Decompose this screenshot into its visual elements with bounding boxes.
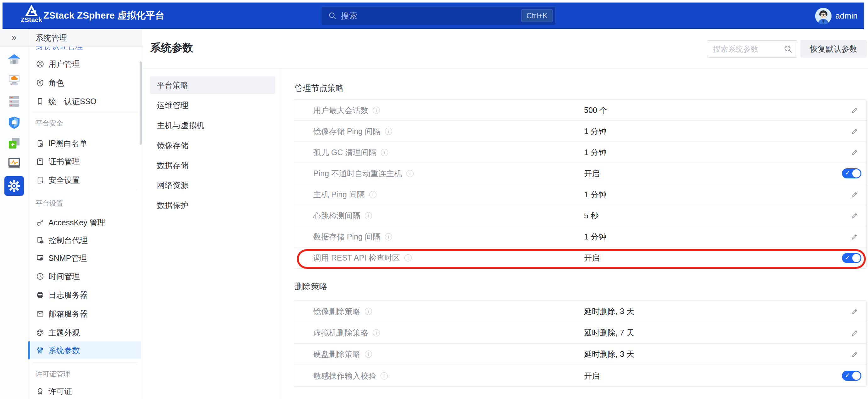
shortcut-badge: Ctrl+K xyxy=(521,9,553,22)
sidebar-item-2-g2[interactable]: SNMP管理 xyxy=(28,249,141,267)
server-stack-icon[interactable] xyxy=(7,94,22,109)
palette-icon xyxy=(36,329,44,337)
param-label: 虚拟机删除策略 xyxy=(313,327,368,338)
section-title: 删除策略 xyxy=(295,281,328,292)
param-label: 镜像删除策略 xyxy=(313,306,361,317)
sidebar-item-5-g2[interactable]: 邮箱服务器 xyxy=(28,305,141,323)
param-label: 敏感操作输入校验 xyxy=(313,371,376,381)
sidebar-item-0-g0[interactable]: 用户管理 xyxy=(28,55,141,73)
info-icon[interactable]: i xyxy=(365,350,372,358)
toggle-knob xyxy=(852,169,861,177)
info-icon[interactable]: i xyxy=(380,372,388,379)
edit-pencil-icon[interactable] xyxy=(850,148,860,157)
subnav-item-0[interactable]: 平台策略 xyxy=(150,76,275,94)
edit-pencil-icon[interactable] xyxy=(850,232,860,241)
sidebar-item-2-g1[interactable]: 安全设置 xyxy=(28,171,141,189)
param-label: 镜像存储 Ping 间隔 xyxy=(313,126,380,137)
doc-block-icon xyxy=(36,139,44,148)
sidebar-item-label: 控制台代理 xyxy=(49,235,88,246)
top-navigation-bar: ZStack ZStack ZSphere 虚拟化平台 Ctrl+K xyxy=(2,2,864,29)
sidebar-item-label: 安全设置 xyxy=(49,175,80,186)
toggle-switch-on[interactable]: ✓ xyxy=(842,168,861,178)
avatar[interactable] xyxy=(815,8,832,24)
section-title: 管理节点策略 xyxy=(295,83,344,94)
info-icon[interactable]: i xyxy=(381,149,388,156)
subnav-item-1[interactable]: 运维管理 xyxy=(150,96,275,114)
info-icon[interactable]: i xyxy=(404,254,412,261)
zstack-logo-icon xyxy=(25,4,38,17)
sidebar-item-0-g1[interactable]: IP黑白名单 xyxy=(28,134,141,152)
sidebar-item-label: SNMP管理 xyxy=(49,253,87,263)
page-title: 系统参数 xyxy=(150,40,193,55)
info-icon[interactable]: i xyxy=(373,329,380,336)
param-search-input[interactable] xyxy=(707,45,784,54)
subnav-item-5[interactable]: 网络资源 xyxy=(150,176,275,194)
param-value: 1 分钟 xyxy=(584,126,606,137)
global-search-input[interactable] xyxy=(341,7,521,25)
user-menu[interactable]: admin xyxy=(815,2,858,29)
subnav-item-2[interactable]: 主机与虚拟机 xyxy=(150,116,275,134)
vm-monitor-icon[interactable] xyxy=(7,73,22,88)
info-icon[interactable]: i xyxy=(365,308,372,315)
param-label: 调用 REST API 检查时区 xyxy=(313,253,400,263)
backup-sync-icon[interactable] xyxy=(7,136,22,151)
toggle-switch-on[interactable]: ✓ xyxy=(842,253,861,263)
home-icon[interactable] xyxy=(7,52,22,67)
monitor-wave-icon[interactable] xyxy=(7,155,22,171)
info-icon[interactable]: i xyxy=(406,170,413,177)
subnav-item-4[interactable]: 数据存储 xyxy=(150,156,275,174)
edit-pencil-icon[interactable] xyxy=(850,190,860,199)
sidebar-item-2-g0[interactable]: 统一认证SSO xyxy=(28,92,141,110)
param-row: 敏感操作输入校验i开启✓ xyxy=(294,365,866,387)
info-icon[interactable]: i xyxy=(369,191,376,198)
sidebar-item-0-g3[interactable]: 许可证 xyxy=(28,382,141,399)
sidebar-item-label: IP黑白名单 xyxy=(49,138,87,148)
sidebar-group-label: 平台设置 xyxy=(35,199,63,208)
info-icon[interactable]: i xyxy=(385,128,392,135)
collapse-sidebar-button[interactable]: » xyxy=(0,29,28,47)
module-rail: » xyxy=(0,29,28,399)
sidebar-item-0-g2[interactable]: AccessKey 管理 xyxy=(28,213,141,232)
shield-box-icon[interactable] xyxy=(7,115,22,130)
edit-pencil-icon[interactable] xyxy=(850,328,860,338)
sidebar-item-6-g2[interactable]: 主题外观 xyxy=(28,324,141,342)
edit-pencil-icon[interactable] xyxy=(850,106,860,115)
user-circle-icon xyxy=(36,60,44,68)
search-icon xyxy=(328,12,337,20)
edit-pencil-icon[interactable] xyxy=(850,307,860,316)
sidebar-item-label: 时间管理 xyxy=(49,271,80,282)
info-icon[interactable]: i xyxy=(385,233,392,240)
param-value: 5 秒 xyxy=(584,210,598,221)
param-label: Ping 不通时自动重连主机 xyxy=(313,168,402,179)
param-value: 1 分钟 xyxy=(584,232,606,242)
info-icon[interactable]: i xyxy=(365,212,372,219)
sidebar-item-3-g2[interactable]: 时间管理 xyxy=(28,267,141,285)
sidebar-section-divider xyxy=(32,191,138,191)
restore-defaults-button[interactable]: 恢复默认参数 xyxy=(800,40,867,58)
subnav-item-3[interactable]: 镜像存储 xyxy=(150,137,275,154)
toggle-switch-on[interactable]: ✓ xyxy=(842,371,861,381)
param-row: 调用 REST API 检查时区i开启✓ xyxy=(294,247,866,268)
sidebar-item-1-g2[interactable]: 控制台代理 xyxy=(28,231,141,249)
param-value: 500 个 xyxy=(584,105,607,115)
sidebar-item-4-g2[interactable]: 日志服务器 xyxy=(28,286,141,304)
settings-gear-icon[interactable] xyxy=(4,176,24,196)
edit-pencil-icon[interactable] xyxy=(850,350,860,359)
param-value: 开启 xyxy=(584,253,600,263)
param-label: 用户最大会话数 xyxy=(313,105,368,115)
global-search[interactable]: Ctrl+K xyxy=(321,6,556,25)
check-icon: ✓ xyxy=(845,372,850,379)
edit-pencil-icon[interactable] xyxy=(850,211,860,220)
sidebar-item-label: AccessKey 管理 xyxy=(49,218,105,228)
param-table: 用户最大会话数i500 个镜像存储 Ping 间隔i1 分钟孤儿 GC 清理间隔… xyxy=(294,99,867,269)
sidebar-item-1-g1[interactable]: 证书管理 xyxy=(28,152,141,171)
sidebar-item-1-g0[interactable]: 角色 xyxy=(28,74,141,92)
edit-pencil-icon[interactable] xyxy=(850,126,860,136)
info-icon[interactable]: i xyxy=(373,107,380,114)
param-search[interactable] xyxy=(707,40,797,58)
param-label: 主机 Ping 间隔 xyxy=(313,190,365,200)
check-icon: ✓ xyxy=(845,169,850,176)
param-value: 开启 xyxy=(584,371,600,381)
sidebar-item-selected7-g2[interactable]: 系统参数 xyxy=(28,341,141,359)
subnav-item-6[interactable]: 数据保护 xyxy=(150,196,275,214)
